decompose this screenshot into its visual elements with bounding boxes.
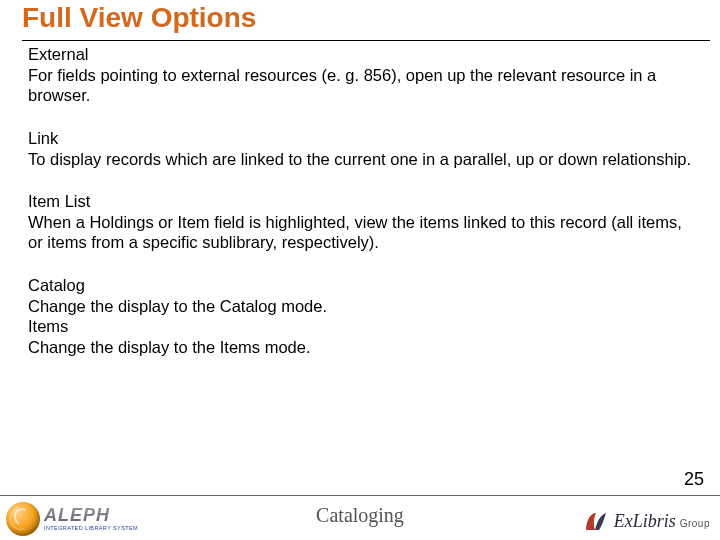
aleph-tagline: INTEGRATED LIBRARY SYSTEM [44, 526, 138, 532]
title-underline [22, 40, 710, 41]
section-items: Items Change the display to the Items mo… [28, 316, 692, 357]
exlibris-wordmark: ExLibris [614, 511, 676, 532]
section-heading: Items [28, 316, 692, 337]
aleph-logo: ALEPH INTEGRATED LIBRARY SYSTEM [6, 501, 166, 537]
section-heading: Item List [28, 191, 692, 212]
section-text: When a Holdings or Item field is highlig… [28, 212, 692, 253]
section-external: External For fields pointing to external… [28, 44, 692, 106]
section-link: Link To display records which are linked… [28, 128, 692, 169]
page-number: 25 [684, 469, 704, 490]
section-text: To display records which are linked to t… [28, 149, 692, 170]
section-text: For fields pointing to external resource… [28, 65, 692, 106]
aleph-wordmark: ALEPH [44, 506, 138, 524]
exlibris-mark-icon [582, 508, 608, 534]
aleph-globe-icon [6, 502, 40, 536]
exlibris-logo: ExLibris Group [582, 508, 710, 534]
exlibris-logo-text: ExLibris Group [614, 511, 710, 532]
section-text: Change the display to the Catalog mode. [28, 296, 692, 317]
aleph-logo-text: ALEPH INTEGRATED LIBRARY SYSTEM [44, 506, 138, 532]
section-heading: Link [28, 128, 692, 149]
section-heading: External [28, 44, 692, 65]
section-catalog: Catalog Change the display to the Catalo… [28, 275, 692, 316]
slide-body: External For fields pointing to external… [28, 44, 692, 358]
section-item-list: Item List When a Holdings or Item field … [28, 191, 692, 253]
section-text: Change the display to the Items mode. [28, 337, 692, 358]
slide-title: Full View Options [22, 2, 256, 34]
exlibris-group-label: Group [680, 518, 710, 529]
footer-bar: Cataloging ALEPH INTEGRATED LIBRARY SYST… [0, 495, 720, 540]
slide: Full View Options External For fields po… [0, 0, 720, 540]
section-heading: Catalog [28, 275, 692, 296]
